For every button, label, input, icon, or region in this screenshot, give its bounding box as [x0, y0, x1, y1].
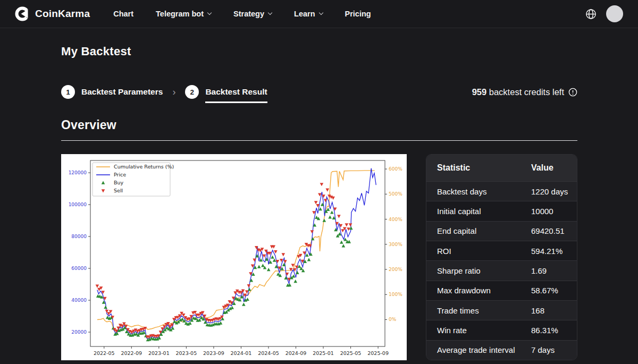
svg-text:2024-09: 2024-09	[286, 350, 307, 356]
stat-value: 594.21%	[531, 247, 563, 256]
svg-text:20000: 20000	[71, 329, 87, 335]
info-icon[interactable]	[568, 88, 577, 97]
svg-text:0%: 0%	[389, 317, 397, 322]
step-separator-icon: ›	[172, 87, 175, 98]
svg-text:80000: 80000	[71, 234, 87, 239]
nav-item-learn[interactable]: Learn	[294, 10, 323, 18]
stat-label: Initial capital	[426, 207, 531, 216]
stat-value: 168	[531, 306, 544, 315]
statistics-table: Statistic Value Backtest days1220 daysIn…	[426, 154, 577, 360]
table-row: Average trade interval7 days	[426, 340, 577, 360]
step-number: 2	[185, 85, 199, 99]
stat-label: ROI	[426, 247, 531, 256]
section-title: Overview	[61, 118, 577, 132]
stat-value: 69420.51	[531, 226, 565, 235]
stat-value: 10000	[531, 207, 553, 216]
svg-text:2024-05: 2024-05	[258, 350, 279, 356]
table-row: Win rate86.31%	[426, 320, 577, 340]
svg-text:2025-05: 2025-05	[340, 350, 362, 356]
svg-text:Sell: Sell	[114, 188, 123, 193]
table-row: Sharpe ratio1.69	[426, 260, 577, 280]
table-row: Initial capital10000	[426, 201, 577, 221]
svg-text:Price: Price	[114, 172, 126, 177]
table-row: Trade times168	[426, 300, 577, 320]
statistics-table-body: Backtest days1220 daysInitial capital100…	[426, 181, 577, 360]
globe-icon	[585, 9, 597, 20]
page-title: My Backtest	[61, 45, 577, 58]
stat-label: Sharpe ratio	[426, 266, 531, 275]
nav-item-pricing[interactable]: Pricing	[345, 10, 371, 18]
chevron-down-icon	[207, 11, 212, 15]
chevron-down-icon	[318, 11, 323, 15]
step-number: 1	[61, 85, 75, 99]
svg-text:Buy: Buy	[114, 180, 124, 185]
credits-count: 959	[472, 87, 487, 97]
step-label: Backtest Parameters	[81, 87, 163, 97]
top-nav: CoinKarma ChartTelegram botStrategyLearn…	[0, 0, 638, 28]
svg-text:2025-01: 2025-01	[313, 350, 334, 356]
stat-label: Trade times	[426, 306, 531, 315]
section-divider	[61, 140, 577, 141]
coinkarma-logo-icon	[15, 6, 30, 21]
nav-items: ChartTelegram botStrategyLearnPricing	[113, 10, 371, 18]
statistics-table-header: Statistic Value	[426, 155, 577, 181]
stat-label: Win rate	[426, 326, 531, 335]
table-row: ROI594.21%	[426, 241, 577, 260]
svg-text:2025-09: 2025-09	[367, 350, 389, 356]
svg-text:2022-05: 2022-05	[94, 350, 115, 356]
svg-text:40000: 40000	[71, 298, 87, 303]
svg-text:100%: 100%	[389, 292, 402, 297]
stat-label: Average trade interval	[426, 345, 531, 354]
svg-text:300%: 300%	[389, 242, 402, 247]
svg-text:500%: 500%	[389, 191, 402, 197]
step-label: Backtest Result	[205, 87, 267, 103]
step-backtest-parameters[interactable]: 1Backtest Parameters	[61, 85, 163, 99]
svg-text:2022-09: 2022-09	[121, 350, 142, 356]
nav-item-telegram-bot[interactable]: Telegram bot	[156, 10, 211, 18]
column-header-statistic: Statistic	[426, 163, 531, 173]
stat-value: 58.67%	[531, 286, 558, 295]
nav-item-strategy[interactable]: Strategy	[233, 10, 272, 18]
language-globe-button[interactable]	[585, 9, 597, 20]
svg-text:2024-01: 2024-01	[231, 350, 252, 356]
brand[interactable]: CoinKarma	[15, 6, 90, 21]
stat-value: 7 days	[531, 345, 555, 354]
svg-text:60000: 60000	[71, 266, 87, 271]
svg-text:Cumulative Returns (%): Cumulative Returns (%)	[114, 164, 174, 170]
credits-label: backtest credits left	[489, 87, 564, 97]
svg-text:2023-05: 2023-05	[176, 350, 197, 356]
user-avatar[interactable]	[606, 5, 623, 22]
svg-text:100000: 100000	[69, 202, 87, 207]
step-backtest-result[interactable]: 2Backtest Result	[185, 85, 267, 99]
svg-text:400%: 400%	[389, 217, 402, 222]
chevron-down-icon	[268, 11, 272, 15]
svg-text:200%: 200%	[389, 267, 402, 272]
svg-text:2023-01: 2023-01	[148, 350, 170, 356]
stat-value: 1.69	[531, 266, 547, 275]
backtest-chart: 2022-052022-092023-012023-052023-092024-…	[61, 154, 407, 360]
table-row: End capital69420.51	[426, 221, 577, 241]
stat-label: Max drawdown	[426, 286, 531, 295]
stat-label: End capital	[426, 226, 531, 235]
stat-label: Backtest days	[426, 187, 531, 196]
backtest-chart-card: 2022-052022-092023-012023-052023-092024-…	[61, 154, 407, 360]
table-row: Backtest days1220 days	[426, 181, 577, 201]
backtest-credits: 959 backtest credits left	[472, 87, 577, 97]
table-row: Max drawdown58.67%	[426, 281, 577, 300]
column-header-value: Value	[531, 163, 553, 173]
stepper: 1Backtest Parameters›2Backtest Result	[61, 85, 267, 99]
svg-text:2023-09: 2023-09	[203, 350, 224, 356]
svg-text:600%: 600%	[389, 166, 402, 172]
svg-text:120000: 120000	[69, 170, 87, 175]
stat-value: 1220 days	[531, 187, 568, 196]
brand-name: CoinKarma	[35, 8, 90, 20]
nav-item-chart[interactable]: Chart	[113, 10, 133, 18]
stat-value: 86.31%	[531, 326, 558, 335]
